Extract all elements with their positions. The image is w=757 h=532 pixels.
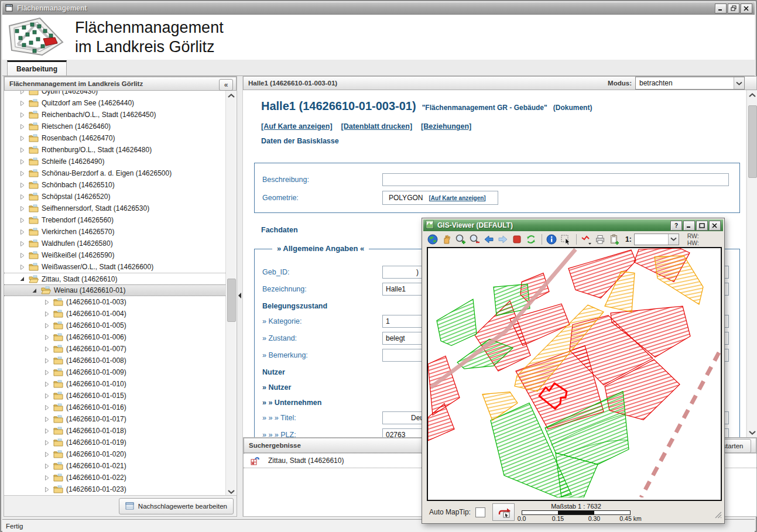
content-scrollbar[interactable] bbox=[746, 90, 757, 437]
window-titlebar[interactable]: Flächenmanagement bbox=[2, 2, 755, 15]
minimize-button[interactable] bbox=[715, 4, 727, 13]
geometrie-map-link[interactable]: [Auf Karte anzeigen] bbox=[429, 195, 485, 201]
action-link[interactable]: [Beziehungen] bbox=[421, 122, 471, 131]
tree-item[interactable]: Schönbach (14626510) bbox=[4, 179, 225, 191]
select-features-icon[interactable] bbox=[559, 234, 572, 245]
expand-arrow-icon[interactable] bbox=[19, 135, 26, 142]
map-canvas[interactable] bbox=[427, 247, 722, 501]
expand-arrow-icon[interactable] bbox=[19, 147, 26, 153]
gis-close-button[interactable] bbox=[709, 221, 721, 231]
tree-item[interactable]: Weinau (14626610-01) bbox=[4, 284, 225, 296]
edit-lookup-values-button[interactable]: Nachschlagewerte bearbeiten bbox=[119, 498, 234, 514]
tree-item[interactable]: Reichenbach/O.L., Stadt (14626450) bbox=[4, 109, 225, 121]
expand-arrow-icon[interactable] bbox=[19, 123, 26, 130]
map-parcel-orange[interactable] bbox=[655, 256, 703, 304]
zoom-out-icon[interactable] bbox=[468, 234, 481, 245]
expand-arrow-icon[interactable] bbox=[44, 299, 51, 306]
auto-maptip-checkbox[interactable] bbox=[475, 507, 485, 517]
tree-item[interactable]: Weißwasser/O.L., Stadt (14626600) bbox=[4, 261, 225, 273]
expand-arrow-icon[interactable] bbox=[19, 170, 26, 177]
expand-arrow-icon[interactable] bbox=[44, 381, 51, 387]
expand-arrow-icon[interactable] bbox=[44, 358, 51, 364]
tree-item[interactable]: (14626610-01-015) bbox=[4, 390, 225, 401]
tree-item[interactable]: (14626610-01-007) bbox=[4, 343, 225, 355]
scroll-up-icon[interactable] bbox=[226, 91, 236, 101]
print-icon[interactable] bbox=[594, 234, 607, 245]
measure-icon[interactable] bbox=[580, 234, 592, 245]
expand-arrow-icon[interactable] bbox=[44, 416, 51, 423]
expand-arrow-icon[interactable] bbox=[19, 252, 26, 259]
expand-arrow-icon[interactable] bbox=[19, 194, 26, 200]
expand-arrow-icon[interactable] bbox=[44, 475, 51, 481]
expand-arrow-icon[interactable] bbox=[19, 241, 26, 247]
tree-item[interactable]: (14626610-01-018) bbox=[4, 425, 225, 437]
tree-item[interactable]: (14626610-01-008) bbox=[4, 355, 225, 366]
tab-bearbeitung[interactable]: Bearbeitung bbox=[7, 60, 67, 75]
scroll-down-icon[interactable] bbox=[747, 427, 757, 437]
expand-arrow-icon[interactable] bbox=[44, 322, 51, 329]
tree-item[interactable]: (14626610-01-006) bbox=[4, 331, 225, 343]
tree-item[interactable]: (14626610-01-023) bbox=[4, 483, 225, 495]
action-link[interactable]: [Auf Karte anzeigen] bbox=[261, 122, 333, 131]
modus-select[interactable]: betrachten bbox=[635, 77, 745, 90]
tree-item[interactable]: Schleife (14626490) bbox=[4, 156, 225, 167]
expand-arrow-icon[interactable] bbox=[19, 182, 26, 188]
tree-item[interactable]: Waldhufen (14626580) bbox=[4, 238, 225, 249]
expand-arrow-icon[interactable] bbox=[44, 346, 51, 352]
tree-item[interactable]: (14626610-01-016) bbox=[4, 401, 225, 413]
beschreibung-input[interactable] bbox=[382, 173, 729, 186]
gis-viewer-window[interactable]: GIS-Viewer (DEFAULT) ? 1: bbox=[422, 218, 725, 524]
expand-arrow-icon[interactable] bbox=[19, 100, 26, 107]
tree-item[interactable]: (14626610-01-019) bbox=[4, 437, 225, 448]
stop-icon[interactable] bbox=[511, 234, 523, 245]
expand-arrow-icon[interactable] bbox=[19, 159, 26, 165]
tree-item[interactable]: Rothenburg/O.L., Stadt (14626480) bbox=[4, 144, 225, 156]
tree-item[interactable]: Trebendorf (14626560) bbox=[4, 214, 225, 226]
expand-arrow-icon[interactable] bbox=[44, 486, 51, 493]
tree-item[interactable]: (14626610-01-021) bbox=[4, 460, 225, 472]
expand-arrow-icon[interactable] bbox=[44, 428, 51, 434]
expand-arrow-icon[interactable] bbox=[19, 264, 26, 270]
tree-item[interactable]: Weißkeißel (14626590) bbox=[4, 249, 225, 261]
tree-item[interactable]: (14626610-01-003) bbox=[4, 296, 225, 308]
full-extent-globe-icon[interactable] bbox=[426, 234, 439, 245]
resize-grip[interactable] bbox=[714, 510, 722, 521]
tree-item[interactable]: Schöpstal (14626520) bbox=[4, 191, 225, 202]
expand-arrow-icon[interactable] bbox=[44, 451, 51, 458]
tree-item[interactable]: Vierkirchen (14626570) bbox=[4, 226, 225, 238]
expand-arrow-icon[interactable] bbox=[19, 217, 26, 224]
tree-item[interactable]: (14626610-01-017) bbox=[4, 413, 225, 425]
identify-info-icon[interactable] bbox=[545, 234, 558, 245]
maptip-reset-button[interactable] bbox=[492, 503, 515, 521]
tree-item[interactable]: (14626610-01-020) bbox=[4, 448, 225, 460]
close-button[interactable] bbox=[741, 4, 752, 13]
help-button[interactable]: ? bbox=[670, 221, 682, 231]
scale-combobox[interactable] bbox=[634, 234, 679, 245]
collapse-arrow-icon[interactable] bbox=[32, 287, 39, 294]
tree-item[interactable]: Schönau-Berzdorf a. d. Eigen (14626500) bbox=[4, 167, 225, 179]
tree-item[interactable]: Seifhennersdorf, Stadt (14626530) bbox=[4, 202, 225, 214]
previous-view-icon[interactable] bbox=[482, 234, 495, 245]
expand-arrow-icon[interactable] bbox=[44, 334, 51, 341]
expand-arrow-icon[interactable] bbox=[19, 205, 26, 212]
refresh-icon[interactable] bbox=[525, 234, 537, 245]
copy-to-clipboard-icon[interactable] bbox=[608, 234, 621, 245]
expand-arrow-icon[interactable] bbox=[44, 311, 51, 317]
collapse-arrow-icon[interactable] bbox=[19, 276, 26, 282]
tree-item[interactable]: (14626610-01-009) bbox=[4, 366, 225, 378]
map-parcel-green[interactable] bbox=[437, 299, 477, 345]
tree-item[interactable]: Zittau, Stadt (14626610) bbox=[4, 273, 225, 284]
expand-arrow-icon[interactable] bbox=[44, 393, 51, 399]
next-view-icon[interactable] bbox=[496, 234, 509, 245]
content-scrollbar-thumb[interactable] bbox=[748, 105, 757, 178]
zoom-in-icon[interactable] bbox=[454, 234, 467, 245]
sidebar-splitter[interactable] bbox=[238, 76, 243, 517]
expand-arrow-icon[interactable] bbox=[19, 229, 26, 235]
gis-minimize-button[interactable] bbox=[683, 221, 695, 231]
expand-arrow-icon[interactable] bbox=[19, 112, 26, 118]
expand-arrow-icon[interactable] bbox=[44, 440, 51, 446]
tree-item[interactable]: (14626610-01-022) bbox=[4, 472, 225, 483]
tree-item[interactable]: Oybin (14626430) bbox=[4, 91, 225, 97]
tree-item[interactable]: (14626610-01-010) bbox=[4, 378, 225, 390]
tree-scrollbar[interactable] bbox=[225, 91, 236, 496]
